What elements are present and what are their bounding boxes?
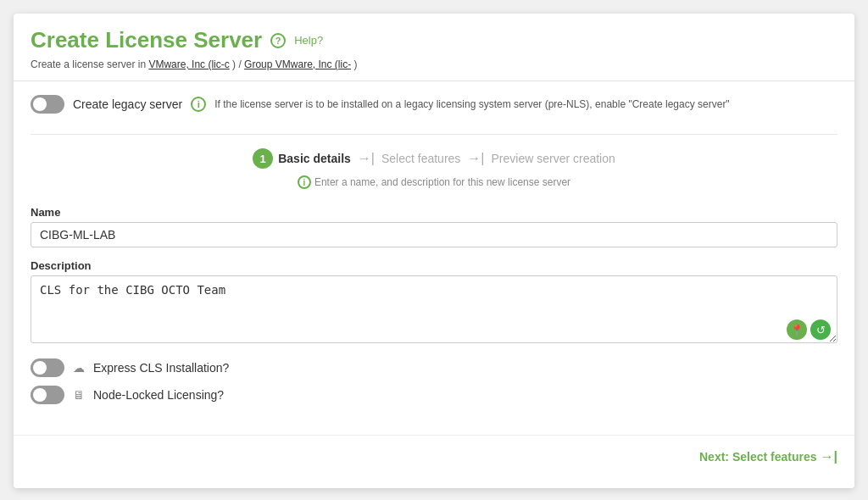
legacy-info-icon[interactable]: i — [191, 97, 206, 112]
express-label: Express CLS Installation? — [93, 361, 229, 375]
next-arrow: →| — [821, 449, 837, 464]
step-1-number: 1 — [253, 148, 273, 169]
next-label: Next: Select features — [699, 450, 817, 464]
step-sep-1: →| — [351, 151, 381, 166]
description-group: Description CLS for the CIBG OCTO Team 📍… — [31, 259, 837, 347]
breadcrumb-group: Group VMware, Inc (lic- — [244, 58, 351, 70]
header: Create License Server ? Help? Create a l… — [14, 14, 854, 81]
breadcrumb: Create a license server in VMware, Inc (… — [31, 58, 837, 70]
monitor-icon: 🖥 — [73, 388, 85, 402]
breadcrumb-suffix: ) — [353, 58, 357, 70]
name-group: Name — [31, 206, 837, 247]
legacy-hint: If the license server is to be installed… — [214, 98, 729, 110]
step-1: 1 Basic details — [253, 148, 351, 169]
cloud-icon: ☁ — [73, 361, 85, 375]
section-divider — [31, 134, 837, 135]
express-option-row: ☁ Express CLS Installation? — [31, 358, 837, 377]
breadcrumb-group-link[interactable]: Group VMware, Inc (lic- — [244, 58, 351, 70]
body: Create legacy server i If the license se… — [14, 81, 854, 426]
node-locked-toggle-slider — [31, 386, 64, 404]
description-wrapper: CLS for the CIBG OCTO Team 📍 ↺ — [31, 275, 837, 347]
description-input[interactable]: CLS for the CIBG OCTO Team — [31, 275, 837, 343]
legacy-toggle-slider — [31, 95, 64, 114]
description-pin-icon[interactable]: 📍 — [787, 319, 807, 340]
textarea-icons: 📍 ↺ — [787, 319, 831, 340]
breadcrumb-org: VMware, Inc (lic-c — [148, 58, 229, 70]
step-3: Preview server creation — [492, 152, 615, 165]
breadcrumb-org-link[interactable]: VMware, Inc (lic-c — [148, 58, 229, 70]
breadcrumb-prefix: Create a license server in — [31, 58, 146, 70]
name-input[interactable] — [31, 222, 837, 247]
help-label: Help? — [294, 34, 323, 47]
step-hint: i Enter a name, and description for this… — [31, 175, 837, 189]
page-title: Create License Server — [31, 27, 262, 53]
step-2: Select features — [381, 152, 460, 165]
legacy-toggle[interactable] — [31, 95, 64, 114]
step-3-label: Preview server creation — [492, 152, 615, 165]
help-icon: ? — [270, 33, 286, 48]
step-1-label: Basic details — [278, 152, 351, 165]
legacy-row: Create legacy server i If the license se… — [31, 95, 837, 114]
express-toggle[interactable] — [31, 358, 64, 377]
node-locked-toggle[interactable] — [31, 386, 64, 404]
step-2-label: Select features — [381, 152, 460, 165]
step-hint-icon: i — [298, 175, 311, 189]
node-locked-option-row: 🖥 Node-Locked Licensing? — [31, 386, 837, 404]
description-refresh-icon[interactable]: ↺ — [810, 319, 831, 340]
breadcrumb-separator: ) / — [232, 58, 242, 70]
express-toggle-slider — [31, 358, 64, 377]
steps-row: 1 Basic details →| Select features →| Pr… — [31, 148, 837, 169]
node-locked-label: Node-Locked Licensing? — [93, 388, 224, 402]
description-label: Description — [31, 259, 837, 272]
legacy-label: Create legacy server — [73, 97, 182, 111]
footer: Next: Select features →| — [14, 435, 854, 478]
step-hint-text: Enter a name, and description for this n… — [314, 176, 570, 188]
name-label: Name — [31, 206, 837, 219]
main-card: Create License Server ? Help? Create a l… — [14, 14, 854, 488]
step-sep-2: →| — [460, 151, 491, 166]
next-button[interactable]: Next: Select features →| — [699, 449, 837, 464]
help-link[interactable]: Help? — [294, 34, 323, 47]
